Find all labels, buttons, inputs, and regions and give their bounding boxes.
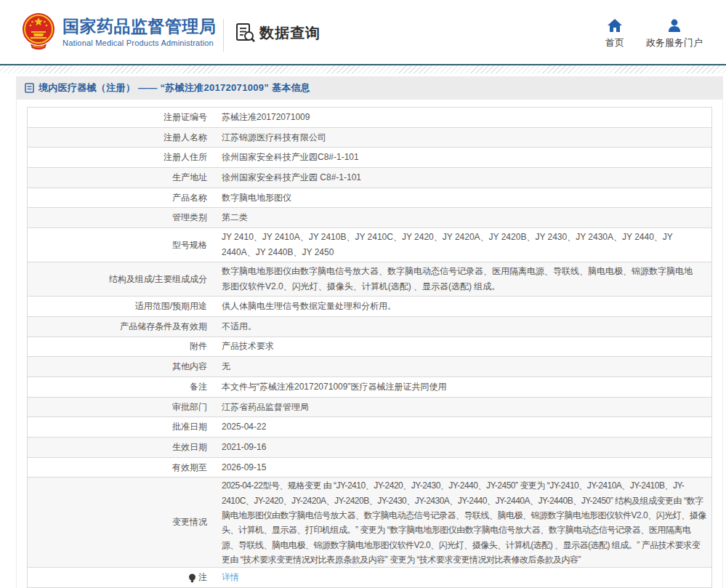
row-value: 数字脑电地形图仪由数字脑电信号放大器、数字脑电动态信号记录器、医用隔离电源、导联… <box>207 262 711 296</box>
content-card: 境内医疗器械（注册） —— “苏械注准20172071009” 基本信息 注册证… <box>16 76 723 588</box>
table-row: 批准日期2025-04-22 <box>28 417 711 438</box>
row-label: 注册证编号 <box>28 108 207 127</box>
row-label: 适用范围/预期用途 <box>28 297 207 316</box>
table-row: 结构及组成/主要组成成分数字脑电地形图仪由数字脑电信号放大器、数字脑电动态信号记… <box>28 262 711 297</box>
row-label: 管理类别 <box>28 208 207 227</box>
table-row: 注册人名称江苏锦源医疗科技有限公司 <box>28 128 711 148</box>
table-row: 其他内容无 <box>28 357 711 377</box>
row-label: 产品名称 <box>28 188 207 208</box>
table-row: 产品储存条件及有效期不适用。 <box>28 317 711 337</box>
row-value: 无 <box>207 357 711 376</box>
info-table: 注册证编号苏械注准20172071009 注册人名称江苏锦源医疗科技有限公司 注… <box>27 107 712 588</box>
site-header: 国家药品监督管理局 National Medical Products Admi… <box>0 0 726 64</box>
row-value: 2026-09-15 <box>207 458 711 478</box>
table-row: 管理类别第二类 <box>28 208 711 228</box>
row-value: 2025-04-22 <box>207 417 711 437</box>
table-row: 生效日期2021-09-16 <box>28 438 711 458</box>
row-value: 2025-04-22型号、规格变更 由 “JY-2410、JY-2420、JY-… <box>207 478 711 567</box>
row-value: 本文件与“苏械注准20172071009”医疗器械注册证共同使用 <box>207 377 711 397</box>
header-divider <box>223 19 224 52</box>
table-row: 有效期至2026-09-15 <box>28 458 711 478</box>
header-nav: 首页 政务服务门户 <box>605 18 703 49</box>
home-icon <box>607 18 623 33</box>
row-label: 其他内容 <box>28 357 207 376</box>
table-row: 注册证编号苏械注准20172071009 <box>28 108 711 128</box>
row-label: 型号规格 <box>28 228 207 262</box>
user-icon <box>666 18 682 33</box>
page-title-icon <box>25 83 34 93</box>
note-label: 注 <box>198 570 207 585</box>
table-row-note: 注 详情 <box>28 568 711 587</box>
row-value: 江苏锦源医疗科技有限公司 <box>207 128 711 148</box>
row-label: 附件 <box>28 337 207 357</box>
row-value: 供人体脑电生理信号数据定量处理和分析用。 <box>207 297 711 316</box>
nav-portal[interactable]: 政务服务门户 <box>646 18 703 49</box>
brand-subtitle: National Medical Products Administration <box>62 39 217 47</box>
row-value: 2021-09-16 <box>207 438 711 457</box>
nav-home[interactable]: 首页 <box>605 18 624 49</box>
table-row-change: 变更情况2025-04-22型号、规格变更 由 “JY-2410、JY-2420… <box>28 478 711 568</box>
row-label: 注册人名称 <box>28 128 207 148</box>
section-title: 数据查询 <box>235 23 320 43</box>
table-row: 适用范围/预期用途供人体脑电生理信号数据定量处理和分析用。 <box>28 297 711 317</box>
table-row: 注册人住所徐州国家安全科技产业园C8#-1-101 <box>28 148 711 168</box>
row-label: 注册人住所 <box>28 148 207 167</box>
section-title-label: 数据查询 <box>259 23 320 43</box>
page-title-bar: 境内医疗器械（注册） —— “苏械注准20172071009” 基本信息 <box>17 76 722 100</box>
row-label: 批准日期 <box>28 417 207 437</box>
page-title: 境内医疗器械（注册） —— “苏械注准20172071009” 基本信息 <box>39 81 310 94</box>
row-label: 有效期至 <box>28 458 207 478</box>
data-query-icon <box>235 23 256 43</box>
row-label: 审批部门 <box>28 398 207 417</box>
row-value: 江苏省药品监督管理局 <box>207 398 711 417</box>
row-value: 徐州国家安全科技产业园C8#-1-101 <box>207 148 711 167</box>
hatch-band <box>0 65 726 73</box>
table-row: 审批部门江苏省药品监督管理局 <box>28 398 711 418</box>
table-row: 型号规格JY 2410、JY 2410A、JY 2410B、JY 2410C、J… <box>28 228 711 262</box>
row-label: 变更情况 <box>28 478 207 567</box>
row-label: 结构及组成/主要组成成分 <box>28 262 207 296</box>
row-value: 产品技术要求 <box>207 337 711 357</box>
row-value: 徐州国家安全科技产业园 C8#-1-101 <box>207 168 711 188</box>
row-label: 生效日期 <box>28 438 207 457</box>
table-row: 产品名称数字脑电地形图仪 <box>28 188 711 209</box>
row-value: 苏械注准20172071009 <box>207 108 711 127</box>
detail-link[interactable]: 详情 <box>222 570 239 585</box>
nav-home-label: 首页 <box>605 36 624 49</box>
note-bulb-icon <box>188 573 196 583</box>
nav-portal-label: 政务服务门户 <box>646 36 703 49</box>
table-row: 生产地址徐州国家安全科技产业园 C8#-1-101 <box>28 168 711 188</box>
table-row: 备注本文件与“苏械注准20172071009”医疗器械注册证共同使用 <box>28 377 711 398</box>
row-value: JY 2410、JY 2410A、JY 2410B、JY 2410C、JY 24… <box>207 228 711 262</box>
brand: 国家药品监督管理局 National Medical Products Admi… <box>22 12 217 52</box>
table-row: 附件产品技术要求 <box>28 337 711 358</box>
row-label: 产品储存条件及有效期 <box>28 317 207 337</box>
row-label: 注 <box>28 568 207 587</box>
row-label: 生产地址 <box>28 168 207 188</box>
row-value: 数字脑电地形图仪 <box>207 188 711 208</box>
national-emblem-icon <box>22 12 55 52</box>
row-value: 第二类 <box>207 208 711 227</box>
row-label: 备注 <box>28 377 207 397</box>
row-value: 不适用。 <box>207 317 711 337</box>
brand-title: 国家药品监督管理局 <box>62 17 217 36</box>
